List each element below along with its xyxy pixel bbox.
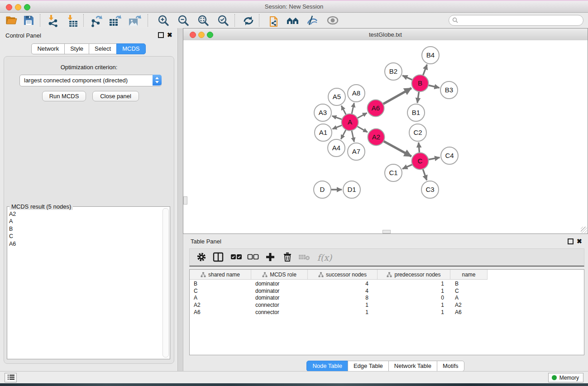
- zoom-selected-button[interactable]: [215, 14, 231, 27]
- table-cell[interactable]: dominator: [251, 288, 308, 294]
- canvas-hscroll-stub[interactable]: [382, 230, 391, 234]
- tab-select[interactable]: Select: [89, 43, 117, 54]
- float-panel-icon[interactable]: [158, 32, 164, 38]
- show-columns-button[interactable]: [211, 251, 225, 264]
- table-cell[interactable]: C: [450, 288, 488, 294]
- open-session-button[interactable]: [4, 14, 19, 27]
- table-cell[interactable]: 1: [308, 302, 378, 308]
- table-cell[interactable]: connector: [251, 302, 308, 308]
- table-row[interactable]: Cdominator41C: [190, 287, 584, 295]
- close-table-panel-icon[interactable]: ✖: [577, 238, 583, 244]
- delete-column-button[interactable]: [280, 251, 295, 264]
- import-network-button[interactable]: [45, 14, 61, 27]
- tab-style[interactable]: Style: [64, 43, 89, 54]
- graph-node-B2[interactable]: B2: [385, 63, 402, 80]
- table-row[interactable]: Adominator80A: [190, 295, 584, 302]
- mcds-result-item[interactable]: C: [9, 233, 158, 240]
- graph-node-A6[interactable]: A6: [368, 100, 384, 117]
- float-table-panel-icon[interactable]: [568, 238, 574, 244]
- export-table-button[interactable]: [108, 14, 123, 27]
- graph-node-C4[interactable]: C4: [441, 147, 458, 164]
- graph-node-A[interactable]: A: [342, 114, 359, 131]
- import-table-button[interactable]: [64, 14, 80, 27]
- graph-node-C1[interactable]: C1: [385, 164, 402, 181]
- search-input[interactable]: [460, 16, 580, 25]
- table-cell[interactable]: 1: [378, 302, 450, 308]
- graph-node-A8[interactable]: A8: [348, 85, 365, 102]
- graph-node-A7[interactable]: A7: [348, 143, 365, 160]
- table-cell[interactable]: 8: [308, 295, 378, 301]
- column-header-successor-nodes[interactable]: successor nodes: [308, 270, 378, 279]
- graph-node-C[interactable]: C: [412, 153, 429, 170]
- create-column-button[interactable]: [263, 251, 277, 264]
- table-cell[interactable]: dominator: [251, 281, 308, 287]
- graph-node-C3[interactable]: C3: [421, 181, 439, 198]
- task-history-button[interactable]: [5, 373, 17, 382]
- graph-node-B1[interactable]: B1: [407, 104, 425, 121]
- network-graph[interactable]: AA1A2A3A4A5A6A7A8BB1B2B3B4CC1C2C3C4DD1: [183, 40, 588, 234]
- canvas-vscroll-stub[interactable]: [183, 196, 187, 205]
- node-table[interactable]: shared name MCDS role successor nodes pr…: [189, 269, 584, 355]
- deselect-all-button[interactable]: [246, 251, 260, 264]
- table-cell[interactable]: B: [450, 281, 488, 287]
- network-canvas[interactable]: AA1A2A3A4A5A6A7A8BB1B2B3B4CC1C2C3C4DD1: [183, 40, 588, 234]
- table-cell[interactable]: A6: [450, 309, 488, 315]
- table-cell[interactable]: A: [450, 295, 488, 301]
- memory-button[interactable]: Memory: [548, 373, 583, 382]
- mcds-result-item[interactable]: A: [9, 218, 158, 225]
- save-session-button[interactable]: [21, 14, 36, 27]
- table-cell[interactable]: A2: [450, 302, 488, 308]
- zoom-out-button[interactable]: [176, 14, 191, 27]
- export-image-button[interactable]: [127, 14, 143, 27]
- export-network-button[interactable]: [89, 14, 104, 27]
- table-cell[interactable]: 1: [308, 309, 378, 315]
- table-cell[interactable]: 1: [378, 288, 450, 294]
- new-network-from-selection-button[interactable]: [266, 14, 282, 27]
- graph-node-D[interactable]: D: [314, 181, 331, 198]
- tab-node-table[interactable]: Node Table: [306, 361, 348, 372]
- column-header-predecessor-nodes[interactable]: predecessor nodes: [378, 270, 450, 279]
- graph-node-A4[interactable]: A4: [328, 139, 345, 157]
- table-row[interactable]: Bdominator41B: [190, 280, 584, 287]
- table-settings-button[interactable]: [194, 251, 209, 264]
- show-graphics-details-button[interactable]: [325, 14, 340, 27]
- apply-layout-button[interactable]: [241, 14, 256, 27]
- table-cell[interactable]: 1: [378, 281, 450, 287]
- table-cell[interactable]: connector: [251, 309, 308, 315]
- function-builder-button[interactable]: f(x): [315, 251, 335, 264]
- zoom-in-button[interactable]: [156, 14, 171, 27]
- table-cell[interactable]: A2: [190, 302, 251, 308]
- table-cell[interactable]: 1: [378, 309, 450, 315]
- table-cell[interactable]: 4: [308, 288, 378, 294]
- graph-node-D1[interactable]: D1: [343, 181, 360, 198]
- graph-node-A1[interactable]: A1: [315, 124, 332, 141]
- mcds-scrollbar[interactable]: [163, 208, 169, 357]
- table-cell[interactable]: A6: [190, 309, 251, 315]
- close-panel-button[interactable]: Close panel: [92, 91, 139, 101]
- zoom-fit-button[interactable]: [196, 14, 211, 27]
- table-cell[interactable]: 0: [378, 295, 450, 301]
- tab-network-table[interactable]: Network Table: [388, 361, 437, 372]
- resize-grip[interactable]: [581, 227, 587, 233]
- graph-node-A2[interactable]: A2: [368, 129, 385, 146]
- mcds-result-item[interactable]: A6: [9, 240, 158, 248]
- table-cell[interactable]: B: [190, 281, 251, 287]
- graph-node-A3[interactable]: A3: [314, 104, 331, 121]
- mcds-result-item[interactable]: B: [9, 225, 158, 233]
- table-row[interactable]: A2connector11A2: [190, 301, 584, 309]
- delete-table-button[interactable]: [297, 251, 311, 264]
- run-mcds-button[interactable]: Run MCDS: [42, 91, 86, 101]
- table-cell[interactable]: A: [190, 295, 251, 301]
- table-cell[interactable]: C: [190, 288, 251, 294]
- select-all-button[interactable]: [229, 251, 244, 264]
- graph-node-B[interactable]: B: [412, 75, 429, 92]
- tab-edge-table[interactable]: Edge Table: [348, 361, 389, 372]
- table-cell[interactable]: dominator: [251, 295, 308, 301]
- tab-mcds[interactable]: MCDS: [116, 43, 145, 54]
- tab-network[interactable]: Network: [31, 43, 65, 54]
- column-header-name[interactable]: name: [450, 270, 488, 279]
- mcds-result-item[interactable]: A2: [9, 210, 158, 218]
- search-field[interactable]: [449, 15, 583, 26]
- optimization-criterion-select[interactable]: largest connected component (directed): [19, 75, 162, 86]
- table-cell[interactable]: 4: [308, 281, 378, 287]
